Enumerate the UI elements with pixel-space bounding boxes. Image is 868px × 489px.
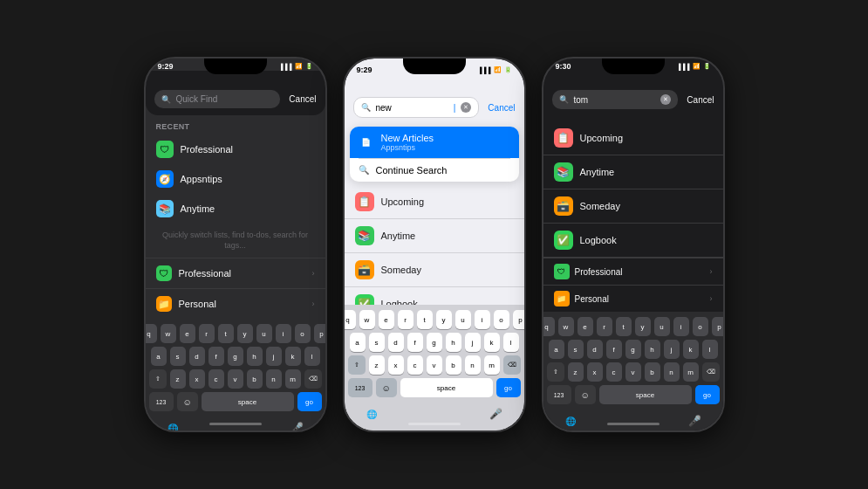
key3-d[interactable]: d [587,340,603,359]
cancel-button-2[interactable]: Cancel [488,103,515,113]
key-e[interactable]: e [180,324,195,343]
key-q[interactable]: q [146,324,157,343]
key3-c[interactable]: c [606,362,622,382]
key-g[interactable]: g [228,347,243,366]
key2-i[interactable]: i [475,310,490,329]
key2-y[interactable]: y [436,310,452,329]
key-m[interactable]: m [285,369,301,389]
key3-p[interactable]: p [712,317,723,336]
key-go[interactable]: go [297,392,322,411]
key-c[interactable]: c [208,369,224,389]
key-w[interactable]: w [161,324,176,343]
key2-b[interactable]: b [446,355,461,375]
key2-r[interactable]: r [398,310,413,329]
clear-button-2[interactable]: ✕ [461,102,471,113]
key-emoji[interactable]: ☺ [177,392,198,411]
list-someday-2[interactable]: 🗃️ Someday [345,253,524,287]
list-item-appsntips[interactable]: 🧭 Appsntips [146,164,325,194]
key2-o[interactable]: o [494,310,509,329]
key3-q[interactable]: q [543,317,555,336]
key3-f[interactable]: f [606,340,622,359]
key-123[interactable]: 123 [149,392,174,411]
key3-u[interactable]: u [654,317,670,336]
key2-f[interactable]: f [407,333,423,352]
key2-h[interactable]: h [446,333,461,352]
key2-x[interactable]: x [388,355,404,375]
dark-section-professional[interactable]: 🛡 Professional › [543,258,723,285]
key2-n[interactable]: n [465,355,481,375]
key2-d[interactable]: d [388,333,404,352]
key-z[interactable]: z [170,369,186,389]
key3-space[interactable]: space [599,385,692,404]
dark-section-personal[interactable]: 📁 Personal › [543,285,723,312]
key-r[interactable]: r [199,324,215,343]
key2-g[interactable]: g [427,333,442,352]
globe-icon-1[interactable]: 🌐 [163,418,182,430]
key2-v[interactable]: v [427,355,442,375]
key2-s[interactable]: s [369,333,385,352]
dark-logbook[interactable]: ✅ Logbook [543,224,723,258]
key2-z[interactable]: z [369,355,385,375]
dark-anytime[interactable]: 📚 Anytime [543,155,723,189]
list-upcoming-2[interactable]: 📋 Upcoming [345,185,524,219]
key2-u[interactable]: u [455,310,471,329]
key2-p[interactable]: p [513,310,524,329]
key-b[interactable]: b [247,369,263,389]
key2-a[interactable]: a [350,333,366,352]
key3-k[interactable]: k [683,340,699,359]
key3-123[interactable]: 123 [547,385,571,404]
section-professional-1[interactable]: 🛡 Professional › [146,258,325,288]
key-t[interactable]: t [218,324,234,343]
key-k[interactable]: k [285,347,301,366]
key2-w[interactable]: w [359,310,375,329]
key-d[interactable]: d [189,347,205,366]
key3-i[interactable]: i [673,317,689,336]
key3-a[interactable]: a [549,340,564,359]
key3-x[interactable]: x [587,362,603,382]
key2-emoji[interactable]: ☺ [376,378,397,397]
list-item-anytime[interactable]: 📚 Anytime [146,194,325,224]
key3-m[interactable]: m [683,362,699,382]
cancel-button-3[interactable]: Cancel [687,95,714,105]
key3-b[interactable]: b [645,362,660,382]
key-s[interactable]: s [170,347,186,366]
key2-123[interactable]: 123 [348,378,372,397]
key3-backspace[interactable]: ⌫ [702,362,720,382]
key-j[interactable]: j [266,347,282,366]
key3-shift[interactable]: ⇧ [547,362,564,382]
mic-icon-2[interactable]: 🎤 [486,404,507,424]
key3-w[interactable]: w [558,317,574,336]
key2-c[interactable]: c [407,355,423,375]
search-bar-3[interactable]: 🔍 tom ✕ [552,90,679,109]
key-backspace[interactable]: ⌫ [304,369,322,389]
key2-k[interactable]: k [484,333,500,352]
key2-backspace[interactable]: ⌫ [503,355,521,375]
key3-s[interactable]: s [568,340,584,359]
key-space[interactable]: space [202,392,294,411]
search-bar-1[interactable]: 🔍 Quick Find [154,90,281,108]
key-y[interactable]: y [237,324,253,343]
key3-j[interactable]: j [664,340,680,359]
key2-go[interactable]: go [496,378,521,397]
key2-j[interactable]: j [465,333,481,352]
list-anytime-2[interactable]: 📚 Anytime [345,219,524,253]
dark-someday[interactable]: 🗃️ Someday [543,189,723,224]
key2-shift[interactable]: ⇧ [348,355,366,375]
key-v[interactable]: v [228,369,243,389]
key-a[interactable]: a [151,347,167,366]
mic-icon-1[interactable]: 🎤 [287,418,308,430]
key3-n[interactable]: n [664,362,680,382]
section-personal-1[interactable]: 📁 Personal › [146,288,325,319]
key3-h[interactable]: h [645,340,660,359]
key-h[interactable]: h [247,347,263,366]
key-n[interactable]: n [266,369,282,389]
key2-e[interactable]: e [379,310,394,329]
dark-upcoming[interactable]: 📋 Upcoming [543,121,723,155]
key-l[interactable]: l [304,347,320,366]
key3-y[interactable]: y [635,317,651,336]
key-o[interactable]: o [295,324,311,343]
key3-go[interactable]: go [695,385,720,404]
mic-icon-3[interactable]: 🎤 [685,411,706,430]
key3-e[interactable]: e [578,317,593,336]
list-item-professional[interactable]: 🛡 Professional [146,134,325,164]
